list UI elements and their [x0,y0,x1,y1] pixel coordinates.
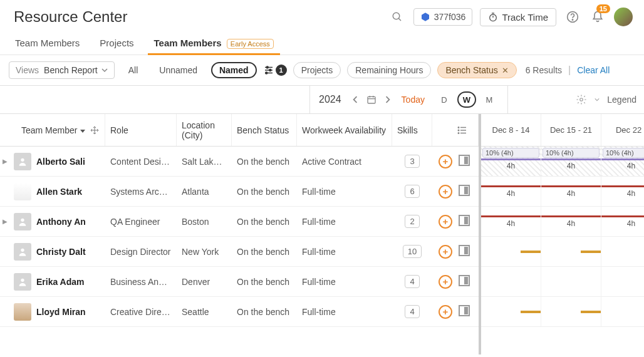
add-button[interactable]: + [439,305,452,319]
gantt-cell[interactable] [541,237,601,266]
gantt-cell[interactable] [541,297,601,326]
expand-caret[interactable]: ▶ [3,158,9,165]
gantt-cell[interactable] [481,237,541,266]
chevron-down-icon[interactable] [595,97,600,102]
gantt-cell[interactable]: 10% (4h)4h [601,147,644,176]
cell-actions: + [432,305,479,319]
gantt-cell[interactable]: 4h [541,207,601,236]
user-avatar[interactable] [614,8,633,26]
tab-team-members-1[interactable]: Team Members [14,33,81,54]
gantt-cell[interactable] [481,297,541,326]
member-name[interactable]: Anthony An [36,217,86,227]
chip-bench-status[interactable]: Bench Status ✕ [437,62,516,78]
skills-count[interactable]: 4 [405,305,419,318]
tab-team-members-2[interactable]: Team Members Early Access [153,33,275,54]
skills-count[interactable]: 6 [405,185,419,198]
views-dropdown[interactable]: Views Bench Report [9,61,115,79]
add-button[interactable]: + [439,245,452,259]
add-button[interactable]: + [439,275,452,289]
gantt-cell[interactable] [541,267,601,296]
panel-toggle-button[interactable] [459,185,470,196]
gantt-cell[interactable]: 10% (4h)4h [481,147,541,176]
gantt-cell[interactable]: 4h [481,207,541,236]
col-team-member[interactable]: Team Member [0,114,105,146]
panel-toggle-button[interactable] [459,215,470,226]
cell-role: Business Analyst [105,277,177,287]
gantt-panel: Dec 8 - 14 Dec 15 - 21 Dec 22 - 10% (4h)… [479,114,644,354]
member-name[interactable]: Allen Stark [36,187,82,197]
stopwatch-icon [488,12,498,22]
granularity-day[interactable]: D [435,91,454,108]
chip-unnamed[interactable]: Unnamed [152,63,205,78]
panel-toggle-button[interactable] [459,155,470,166]
tab-projects[interactable]: Projects [98,33,135,54]
close-icon[interactable]: ✕ [502,66,509,75]
skills-count[interactable]: 4 [405,275,419,288]
move-icon[interactable] [91,127,98,134]
allocation-pill: 10% (4h) [603,148,644,158]
panel-toggle-button[interactable] [459,305,470,316]
member-name[interactable]: Lloyd Miran [36,307,86,317]
chevron-right-icon[interactable] [384,96,392,103]
gantt-cell[interactable] [601,297,644,326]
sliders-icon [263,65,274,76]
gear-icon[interactable] [576,94,587,105]
col-skills[interactable]: Skills [392,114,432,146]
help-icon[interactable] [564,8,581,26]
gantt-cell[interactable]: 4h [601,177,644,206]
panel-toggle-button[interactable] [459,275,470,286]
timeline-header: 2024 Today D W M Legend [0,85,644,114]
col-bench-status[interactable]: Bench Status [232,114,297,146]
gantt-cell[interactable] [601,267,644,296]
notifications-button[interactable]: 15 [589,8,606,26]
cell-bench-status: On the bench [232,277,297,287]
chip-projects[interactable]: Projects [293,62,341,78]
svg-point-11 [266,66,268,68]
list-icon[interactable] [457,125,468,136]
add-button[interactable]: + [439,185,452,199]
granularity-month[interactable]: M [480,91,499,108]
gantt-cell[interactable] [601,237,644,266]
chevron-left-icon[interactable] [351,96,359,103]
svg-point-22 [458,127,459,128]
member-name[interactable]: Christy Dalt [36,247,86,257]
chip-all[interactable]: All [121,63,146,78]
col-workweek[interactable]: Workweek Availability [297,114,392,146]
col-location[interactable]: Location (City) [177,114,232,146]
member-name[interactable]: Erika Adam [36,277,85,287]
svg-point-25 [21,158,24,161]
gantt-row: 4h4h4h [481,207,644,237]
chip-remaining-hours[interactable]: Remaining Hours [347,62,431,78]
resource-grid: Team Member Role Location (City) Bench S… [0,114,644,354]
gantt-cell[interactable]: 10% (4h)4h [541,147,601,176]
avatar [14,273,31,291]
gantt-cell[interactable]: 4h [601,207,644,236]
granularity-week[interactable]: W [457,91,476,108]
track-time-button[interactable]: Track Time [480,8,556,26]
svg-point-0 [393,13,400,19]
cluster-chip[interactable]: 377f036 [413,8,473,26]
filter-toggle[interactable]: 1 [263,65,287,76]
calendar-icon[interactable] [366,95,377,105]
legend-link[interactable]: Legend [607,95,636,105]
today-link[interactable]: Today [402,95,425,105]
skills-count[interactable]: 10 [403,245,422,258]
panel-toggle-button[interactable] [459,245,470,256]
col-role[interactable]: Role [105,114,177,146]
add-button[interactable]: + [439,215,452,229]
skills-count[interactable]: 2 [405,215,419,228]
cell-workweek: Active Contract [297,157,392,167]
skills-count[interactable]: 3 [405,155,419,168]
expand-caret[interactable]: ▶ [3,218,9,225]
clear-all-link[interactable]: Clear All [577,65,610,75]
search-icon[interactable] [388,8,406,26]
gantt-cell[interactable]: 4h [541,177,601,206]
cell-actions: + [432,275,479,289]
avatar [14,303,31,321]
member-name[interactable]: Alberto Sali [36,157,85,167]
chip-named[interactable]: Named [211,62,257,78]
cell-team-member: ▶Allen Stark [0,183,105,200]
add-button[interactable]: + [439,155,452,168]
gantt-cell[interactable] [481,267,541,296]
gantt-cell[interactable]: 4h [481,177,541,206]
